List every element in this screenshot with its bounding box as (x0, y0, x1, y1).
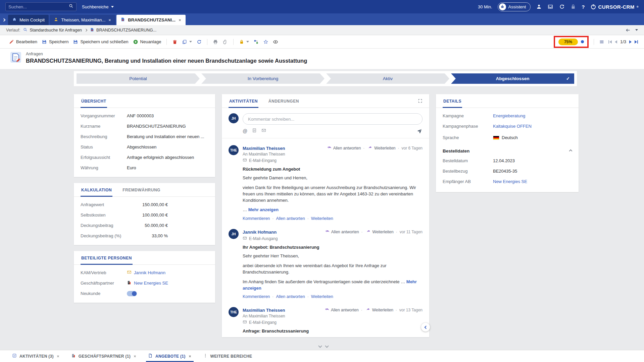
inbox-icon[interactable] (547, 4, 553, 10)
bottom-tab-geschaeftspartner[interactable]: GESCHÄFTSPARTNER (1) (71, 350, 137, 362)
show-more-link[interactable]: Mehr anzeigen (248, 207, 279, 212)
global-search[interactable] (5, 2, 77, 11)
copy-button[interactable] (182, 39, 192, 45)
next-record-button[interactable] (629, 40, 632, 44)
stage-potential[interactable]: Potential (77, 73, 200, 84)
comment-composer: JH (222, 108, 429, 127)
forward-action[interactable]: Weiterleiten (361, 145, 395, 151)
forward-action[interactable]: Weiterleiten (305, 216, 333, 221)
comment-input[interactable] (243, 113, 423, 125)
previous-record-button[interactable] (615, 40, 617, 44)
watch-eye-icon[interactable] (273, 39, 278, 45)
newcustomer-toggle[interactable] (127, 291, 137, 296)
reply-all-action[interactable]: Allen antworten (327, 145, 361, 151)
comment-action[interactable]: Kommentieren (243, 216, 270, 221)
lock-icon[interactable] (570, 4, 576, 10)
power-icon[interactable] (590, 4, 596, 10)
attachment-button[interactable] (222, 39, 228, 45)
partner-link[interactable]: New Energies SE (134, 281, 168, 286)
bottom-tab-aktivitaeten[interactable]: AKTIVITÄTEN (3) (12, 350, 60, 362)
stage-in-vorbereitung[interactable]: In Vorbereitung (201, 73, 325, 84)
search-icon[interactable] (69, 4, 73, 10)
first-record-button[interactable] (608, 40, 612, 44)
delete-button[interactable] (172, 39, 178, 45)
save-close-button[interactable]: Speichern und schließen (73, 39, 128, 45)
chevron-right-icon[interactable] (3, 16, 5, 22)
close-icon[interactable] (56, 355, 60, 358)
chevron-up-icon[interactable] (569, 149, 573, 153)
tab-mein-cockpit[interactable]: Mein Cockpit (8, 15, 49, 25)
chevron-down-icon[interactable] (635, 29, 638, 31)
save-button[interactable]: Speichern (42, 39, 69, 45)
search-input[interactable] (8, 4, 69, 9)
scroll-down-icon[interactable] (325, 344, 329, 348)
search-areas-dropdown[interactable]: Suchbereiche (82, 4, 114, 9)
comment-action[interactable]: Kommentieren (243, 294, 270, 299)
reply-all-action[interactable]: Allen antworten (325, 229, 359, 235)
document-icon (148, 353, 153, 359)
tab-fremdwaehrung[interactable]: FREMDWÄHRUNG (122, 183, 161, 197)
history-back-icon[interactable] (625, 27, 631, 33)
lock-button[interactable] (239, 39, 249, 45)
tab-kalkulation[interactable]: KALKULATION (81, 183, 112, 197)
user-icon[interactable] (536, 4, 542, 10)
edit-button[interactable]: Bearbeiten (9, 39, 37, 45)
expand-icon[interactable] (418, 99, 423, 103)
refresh-icon[interactable] (559, 4, 565, 10)
progress-badge[interactable]: 75% (558, 39, 578, 45)
activity-item: THE Maximilian Theissen Allen antworten … (229, 302, 423, 337)
forward-action[interactable]: Weiterleiten (305, 294, 333, 299)
pager-position: 1/3 (620, 39, 626, 44)
task-icon[interactable] (252, 128, 257, 134)
help-button[interactable]: ? (582, 4, 585, 10)
field-row: KAM/Vertrieb Jannik Hofmann (74, 267, 215, 278)
email-icon[interactable] (261, 128, 266, 134)
stage-aktiv[interactable]: Aktiv (326, 73, 449, 84)
tab-details[interactable]: DETAILS (443, 94, 462, 108)
close-icon[interactable] (178, 18, 182, 22)
kampagnenphase-link[interactable]: Kaltakquise OFFEN (493, 124, 532, 129)
last-record-button[interactable] (635, 40, 638, 44)
stage-abgeschlossen[interactable]: Abgeschlossen ✓ (451, 73, 574, 84)
menu-icon[interactable] (599, 39, 604, 45)
mention-icon[interactable]: @ (243, 128, 247, 134)
tab-beteiligte-personen[interactable]: BETEILIGTE PERSONEN (81, 251, 133, 265)
tab-contact-theissen[interactable]: Theissen, Maximilian... (50, 15, 115, 25)
forward-action[interactable]: Weiterleiten (359, 307, 393, 313)
kam-link[interactable]: Jannik Hofmann (134, 270, 165, 275)
avatar: JH (229, 229, 239, 239)
close-icon[interactable] (188, 355, 192, 358)
empfaenger-link[interactable]: New Energies SE (493, 179, 527, 184)
workflow-button[interactable] (253, 39, 259, 45)
tab-request-brandschutz[interactable]: BRANDSCHUTZSANI... (116, 15, 186, 25)
toolbar-right: 75% 1/3 (554, 36, 638, 48)
field-row: KampagneEnergieberatung (436, 111, 579, 121)
tab-uebersicht[interactable]: ÜBERSICHT (81, 94, 107, 108)
refresh-button[interactable] (196, 39, 202, 45)
record-type-icon (10, 52, 21, 64)
tab-aktivitaeten[interactable]: AKTIVITÄTEN (229, 94, 258, 108)
reply-all-action[interactable]: Allen antworten (325, 307, 359, 313)
close-icon[interactable] (108, 18, 111, 22)
breadcrumb-item-record[interactable]: BRANDSCHUTZSANIERUNG... (90, 27, 156, 33)
send-icon[interactable] (416, 128, 423, 134)
author-link[interactable]: Maximilian Theissen (243, 146, 285, 151)
close-icon[interactable] (133, 355, 137, 358)
author-link[interactable]: Jannik Hofmann (243, 230, 277, 235)
favorite-star-icon[interactable] (263, 39, 268, 45)
reply-all-action[interactable]: Allen antworten (270, 294, 305, 299)
tab-aenderungen[interactable]: ÄNDERUNGEN (268, 94, 300, 108)
divider (594, 39, 594, 45)
assistant-button[interactable]: Assistent (498, 2, 531, 11)
bottom-tab-weitere-bereiche[interactable]: WEITERE BEREICHE (203, 350, 252, 362)
collapse-panel-button[interactable] (421, 323, 430, 331)
scroll-down-icon[interactable] (318, 344, 322, 348)
print-button[interactable] (213, 39, 218, 45)
reply-all-action[interactable]: Allen antworten (270, 216, 305, 221)
new-record-button[interactable]: Neuanlage (133, 39, 161, 45)
forward-action[interactable]: Weiterleiten (359, 229, 394, 235)
author-link[interactable]: Maximilian Theissen (243, 308, 285, 313)
bottom-tab-angebote[interactable]: ANGEBOTE (1) (148, 350, 192, 362)
breadcrumb-item-search[interactable]: Standardsuche für Anfragen (23, 27, 82, 33)
kampagne-link[interactable]: Energieberatung (493, 113, 525, 118)
